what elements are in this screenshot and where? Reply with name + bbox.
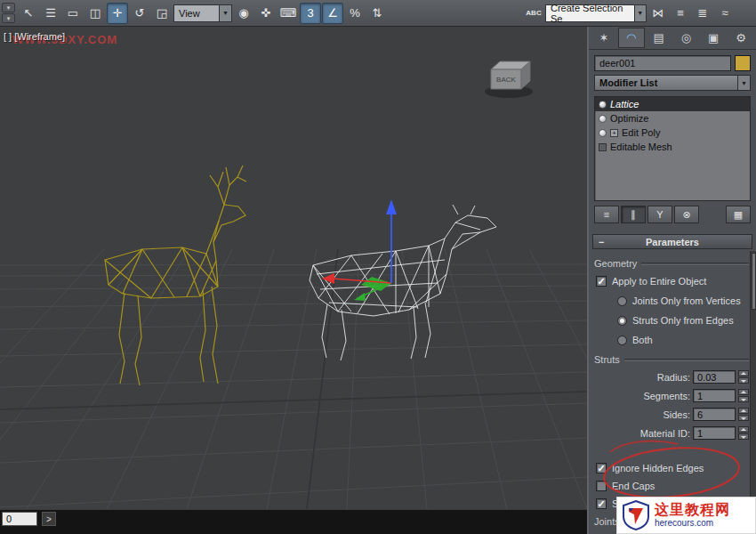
- make-unique-icon[interactable]: Y: [647, 206, 672, 223]
- base-object-icon: [599, 143, 607, 151]
- select-and-manipulate-icon[interactable]: ✜: [255, 3, 277, 24]
- curve-editor-icon[interactable]: ≈: [714, 3, 736, 24]
- frame-number-field[interactable]: 0: [2, 512, 37, 526]
- align-icon[interactable]: ≡: [670, 3, 691, 24]
- reference-coordinate-dropdown[interactable]: View ▼: [173, 4, 232, 22]
- named-selection-set-dropdown[interactable]: Create Selection Se ▼: [545, 4, 647, 22]
- watermark-logo: 这里教程网 herecours.com: [616, 497, 756, 534]
- radius-field[interactable]: 0.03: [693, 370, 736, 384]
- tab-utilities-icon[interactable]: ⚙: [728, 28, 754, 48]
- perspective-viewport[interactable]: BACK: [0, 27, 587, 509]
- stack-toolbar: ≡ ∥ Y ⊗ ▦: [594, 206, 751, 223]
- flyout-top-icon[interactable]: ▾: [2, 3, 15, 12]
- apply-entire-object-label: Apply to Entire Object: [612, 276, 706, 287]
- spin-up-icon[interactable]: [738, 408, 749, 414]
- material-id-field[interactable]: 1: [693, 426, 736, 440]
- angle-snap-icon[interactable]: ∠: [322, 3, 343, 24]
- keyboard-override-icon[interactable]: ⌨: [277, 3, 299, 24]
- select-object-icon[interactable]: ↖: [18, 3, 39, 24]
- select-and-move-icon[interactable]: ✛: [107, 3, 128, 24]
- tab-display-icon[interactable]: ▣: [700, 28, 727, 48]
- spin-down-icon[interactable]: [738, 396, 749, 402]
- logo-title: 这里教程网: [655, 503, 730, 518]
- remove-modifier-icon[interactable]: ⊗: [674, 206, 699, 223]
- viewport-label[interactable]: [ ] [Wireframe]: [4, 31, 65, 42]
- main-toolbar: ▾ ▾ ↖ ☰ ▭ ◫ ✛ ↺ ◲ View ▼ ◉ ✜ ⌨ 3 ∠ % ⇅ A…: [0, 0, 756, 27]
- viewport-canvas[interactable]: BACK: [0, 27, 587, 509]
- spin-up-icon[interactable]: [738, 370, 749, 376]
- panel-scrollbar-thumb[interactable]: [752, 253, 756, 310]
- layer-manager-icon[interactable]: ≣: [692, 3, 713, 24]
- configure-modifier-sets-icon[interactable]: ▦: [726, 206, 751, 223]
- command-panel: ✶ ◠ ▤ ◎ ▣ ⚙ deer001 Modifier List ▼ Latt…: [587, 27, 756, 534]
- modifier-onoff-bulb-icon[interactable]: [599, 101, 607, 109]
- stack-item-editable-mesh[interactable]: Editable Mesh: [595, 140, 750, 154]
- end-caps-checkbox[interactable]: [596, 481, 607, 491]
- material-id-label: Material ID:: [626, 428, 690, 439]
- rollout-title: Parameters: [593, 237, 752, 247]
- sides-field[interactable]: 6: [693, 408, 736, 421]
- stack-item-edit-poly[interactable]: + Edit Poly: [595, 125, 750, 140]
- object-name-row: deer001: [594, 55, 751, 71]
- ground-grid: [0, 249, 587, 509]
- panel-scrollbar[interactable]: [750, 251, 756, 534]
- both-radio[interactable]: [617, 336, 627, 345]
- snaps-toggle-icon[interactable]: 3: [300, 3, 321, 24]
- dropdown-caret-icon[interactable]: ▼: [634, 5, 646, 21]
- struts-group-label: Struts: [594, 354, 749, 365]
- percent-snap-icon[interactable]: %: [344, 3, 366, 24]
- tab-motion-icon[interactable]: ◎: [672, 28, 699, 48]
- spin-down-icon[interactable]: [738, 415, 749, 421]
- both-row: Both: [617, 335, 747, 345]
- select-and-rotate-icon[interactable]: ↺: [129, 3, 150, 24]
- window-crossing-icon[interactable]: ◫: [84, 3, 106, 24]
- ignore-hidden-edges-label: Ignore Hidden Edges: [612, 463, 704, 473]
- tab-hierarchy-icon[interactable]: ▤: [646, 28, 672, 48]
- radius-label: Radius:: [626, 372, 690, 383]
- modifier-stack: Lattice Optimize + Edit Poly Editable Me…: [594, 96, 751, 201]
- apply-entire-object-checkbox[interactable]: ✓: [596, 276, 607, 287]
- show-end-result-icon[interactable]: ∥: [621, 206, 646, 223]
- modifier-onoff-bulb-icon[interactable]: [599, 129, 607, 137]
- rollout-collapse-icon[interactable]: −: [599, 237, 604, 247]
- both-label: Both: [632, 335, 653, 345]
- expand-plus-icon[interactable]: +: [610, 129, 618, 137]
- segments-field[interactable]: 1: [693, 389, 736, 402]
- spinner-snap-icon[interactable]: ⇅: [366, 3, 388, 24]
- dropdown-caret-icon[interactable]: ▼: [219, 5, 231, 21]
- smooth-checkbox[interactable]: ✓: [596, 498, 607, 509]
- struts-only-radio[interactable]: [617, 316, 627, 326]
- edit-named-sets-icon[interactable]: ABC: [523, 3, 544, 24]
- modifier-list-dropdown[interactable]: Modifier List ▼: [594, 75, 751, 91]
- viewcube[interactable]: BACK: [485, 61, 533, 98]
- 3dsmax-window: ▾ ▾ ↖ ☰ ▭ ◫ ✛ ↺ ◲ View ▼ ◉ ✜ ⌨ 3 ∠ % ⇅ A…: [0, 0, 756, 534]
- parameters-rollout-header[interactable]: − Parameters: [592, 234, 752, 249]
- spin-up-icon[interactable]: [738, 389, 749, 395]
- spin-down-icon[interactable]: [738, 377, 749, 384]
- stack-item-label: Edit Poly: [622, 127, 660, 138]
- select-and-scale-icon[interactable]: ◲: [151, 3, 173, 24]
- joints-only-radio[interactable]: [617, 296, 627, 306]
- pin-stack-icon[interactable]: ≡: [594, 206, 619, 223]
- spin-up-icon[interactable]: [738, 426, 749, 433]
- modifier-onoff-bulb-icon[interactable]: [599, 115, 607, 123]
- spin-down-icon[interactable]: [738, 433, 749, 440]
- object-color-swatch[interactable]: [735, 55, 751, 71]
- object-name-field[interactable]: deer001: [594, 55, 731, 71]
- logo-shield-icon: [623, 500, 649, 530]
- stack-item-lattice[interactable]: Lattice: [595, 97, 750, 111]
- use-pivot-center-icon[interactable]: ◉: [233, 3, 254, 24]
- flyout-bottom-icon[interactable]: ▾: [2, 13, 15, 23]
- parameters-rollout-body: Geometry ✓ Apply to Entire Object Joints…: [589, 249, 756, 527]
- named-selection-set-value: Create Selection Se: [551, 3, 634, 24]
- white-deer-wireframe[interactable]: [310, 205, 496, 360]
- dropdown-caret-icon[interactable]: ▼: [737, 76, 750, 90]
- selection-region-icon[interactable]: ▭: [62, 3, 84, 24]
- stack-item-optimize[interactable]: Optimize: [595, 111, 750, 125]
- select-by-name-icon[interactable]: ☰: [40, 3, 61, 24]
- listener-prompt-button[interactable]: >: [42, 512, 56, 526]
- ignore-hidden-edges-checkbox[interactable]: ✓: [596, 463, 607, 473]
- tab-create-icon[interactable]: ✶: [591, 28, 617, 48]
- mirror-icon[interactable]: ⋈: [647, 3, 669, 24]
- tab-modify-icon[interactable]: ◠: [618, 28, 645, 48]
